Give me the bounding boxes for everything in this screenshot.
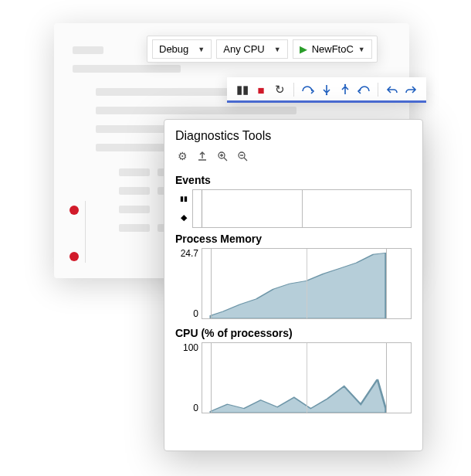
- cpu-heading: CPU (% of processors): [175, 327, 412, 339]
- breakpoint-marker[interactable]: [69, 252, 79, 261]
- separator: [378, 83, 378, 97]
- diagnostics-panel: Diagnostics Tools ⚙ Events ▮▮ ◆ Process …: [164, 119, 423, 451]
- step-into-icon[interactable]: [319, 82, 334, 97]
- cpu-ymin: 0: [193, 403, 198, 413]
- cpu-chart[interactable]: 100 0: [175, 342, 412, 413]
- breakpoint-marker[interactable]: [69, 206, 79, 215]
- svg-point-0: [326, 94, 327, 95]
- export-icon[interactable]: [195, 149, 209, 163]
- events-heading: Events: [175, 174, 412, 186]
- memory-ymax: 24.7: [181, 248, 198, 259]
- undo-icon[interactable]: [385, 82, 400, 97]
- start-target-label: NewFtoC: [312, 43, 354, 55]
- configuration-dropdown[interactable]: Debug ▼: [152, 39, 212, 59]
- restart-icon[interactable]: ↻: [272, 82, 287, 97]
- memory-chart[interactable]: 24.7 0: [175, 248, 412, 319]
- memory-ymin: 0: [193, 308, 198, 319]
- start-debug-dropdown[interactable]: ▶ NewFtoC ▼: [293, 39, 372, 59]
- redo-icon[interactable]: [403, 82, 418, 97]
- caret-down-icon: ▼: [358, 46, 365, 53]
- play-icon: ▶: [300, 43, 307, 55]
- stop-icon[interactable]: ■: [253, 82, 269, 97]
- platform-dropdown[interactable]: Any CPU ▼: [216, 39, 287, 59]
- svg-point-1: [344, 84, 346, 86]
- cpu-ymax: 100: [183, 342, 198, 353]
- separator: [293, 83, 294, 97]
- caret-down-icon: ▼: [274, 46, 281, 53]
- zoom-out-icon[interactable]: [235, 149, 249, 163]
- configuration-label: Debug: [159, 43, 188, 55]
- caret-down-icon: ▼: [198, 46, 205, 53]
- memory-heading: Process Memory: [175, 233, 412, 245]
- diamond-marker-icon: ◆: [181, 212, 187, 223]
- step-over-icon[interactable]: [300, 82, 316, 97]
- step-out-icon[interactable]: [337, 82, 353, 97]
- pause-marker-icon: ▮▮: [180, 195, 188, 202]
- step-back-icon[interactable]: [356, 82, 371, 97]
- settings-icon[interactable]: ⚙: [175, 149, 189, 163]
- platform-label: Any CPU: [223, 43, 264, 55]
- diagnostics-title: Diagnostics Tools: [175, 129, 412, 143]
- debug-toolbar: ▮▮ ■ ↻: [227, 77, 426, 103]
- run-config-toolbar: Debug ▼ Any CPU ▼ ▶ NewFtoC ▼: [147, 36, 378, 63]
- diagnostics-toolbar: ⚙: [175, 149, 412, 163]
- pause-icon[interactable]: ▮▮: [235, 82, 250, 97]
- events-timeline[interactable]: ▮▮ ◆: [175, 189, 412, 228]
- zoom-in-icon[interactable]: [215, 149, 229, 163]
